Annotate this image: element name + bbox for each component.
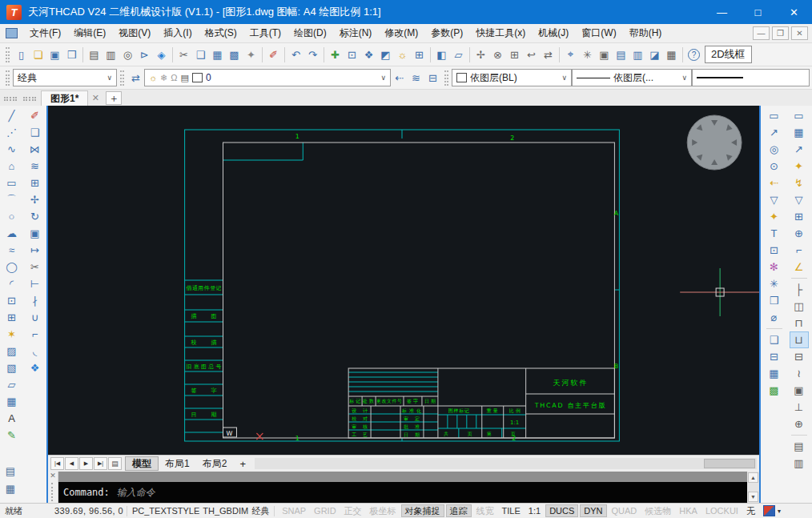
lockui-toggle[interactable]: LOCKUI [702,504,742,517]
layer-select[interactable]: ☼ ❄ Ω ▤ 0 ∨ [144,69,391,86]
polyline-button[interactable]: ∿ [2,141,22,158]
layer-properties-button[interactable]: ▤ [613,46,629,64]
new-document-tab-button[interactable]: ＋ [106,91,122,105]
bolt-circle-button[interactable]: ⌀ [765,309,784,326]
select-group-button[interactable]: ❖ [360,46,377,64]
region-button[interactable]: ▱ [2,376,22,393]
color-select[interactable]: 依图层(BL) ∨ [452,69,572,86]
ellipse-button[interactable]: ◯ [2,259,22,275]
extend-button[interactable]: ⊢ [26,275,45,292]
redo-button[interactable]: ↷ [304,46,321,64]
clean-screen-icon[interactable] [763,505,775,516]
magic-wand-button[interactable]: ✦ [790,158,809,175]
layer-plot-icon[interactable]: ▤ [181,73,189,83]
layer-on-icon[interactable]: ☼ [149,73,157,82]
coordinate-readout[interactable]: 339.69, 96.56, 0 [54,506,123,516]
gradient-button[interactable]: ▧ [2,359,22,376]
ellipse-arc-button[interactable]: ◜ [2,275,22,292]
doc-close-button[interactable]: ✕ [791,26,808,40]
close-document-icon[interactable]: ✕ [88,90,103,106]
document-tab[interactable]: 图形1* [41,90,88,106]
separator[interactable] [170,46,175,64]
layer-edit-button[interactable]: ▥ [629,46,646,64]
bolt-button[interactable]: ├ [790,281,809,298]
separator[interactable] [282,46,287,64]
command-input[interactable]: Command: 输入命令 [58,482,747,503]
zoom-realtime-button[interactable]: ⊗ [489,46,506,64]
plot-part-button[interactable]: ▥ [790,455,809,472]
snap-toggle[interactable]: SNAP [279,504,309,517]
publish-button[interactable]: ◈ [153,46,170,64]
hka-toggle[interactable]: HKA [676,504,701,517]
zoom-extents-button[interactable]: ⇄ [540,46,557,64]
select-similar-button[interactable]: ◩ [377,46,394,64]
menu-draw[interactable]: 绘图(D) [287,26,333,41]
separator[interactable] [321,46,327,64]
weld-symbol-button[interactable]: ∠ [790,259,809,275]
bracket-button[interactable]: ⊥ [790,399,809,416]
toolbar-grip[interactable] [6,70,10,86]
visual-style-box[interactable]: 2D线框 [705,46,752,63]
separator[interactable] [467,46,472,64]
move-button[interactable]: ✢ [26,191,45,208]
add-layout-button[interactable]: + [234,458,251,470]
circle-button[interactable]: ○ [2,208,22,225]
join-button[interactable]: ∪ [26,309,45,326]
command-grip[interactable] [51,483,54,501]
maximize-button[interactable]: □ [740,0,776,24]
horizontal-scrollbar[interactable] [255,458,757,469]
toolbar-grip[interactable] [6,47,10,62]
scroll-up-button[interactable]: ▲ [748,472,758,483]
grid-toggle[interactable]: GRID [311,504,340,517]
toolbar-grip[interactable] [444,70,448,86]
wipeout-button[interactable]: ◪ [646,46,663,64]
next-tab-button[interactable]: ▶ [79,457,93,470]
erase-button[interactable]: ✐ [26,107,45,124]
copy-object-button[interactable]: ❑ [26,124,45,141]
scrollbar-thumb[interactable] [704,459,755,468]
construction-line-button[interactable]: ⋰ [2,124,22,141]
workspace-field[interactable]: 经典 [250,505,271,517]
dyn-toggle[interactable]: DYN [580,504,606,517]
menu-parametric[interactable]: 参数(P) [424,26,469,41]
text-tool-button[interactable]: T [765,225,784,242]
block-array-button[interactable]: ❑ [765,331,784,348]
export-button[interactable]: ⊳ [136,46,153,64]
menu-dimension[interactable]: 标注(N) [333,26,379,41]
bearing-button[interactable]: ◫ [790,298,809,315]
separator[interactable] [789,432,810,438]
menu-help[interactable]: 帮助(H) [623,26,669,41]
menu-edit[interactable]: 编辑(E) [67,26,112,41]
menu-window[interactable]: 窗口(W) [575,26,622,41]
save-button[interactable]: ▣ [46,46,63,64]
options-button[interactable]: ✳ [579,46,596,64]
grid-table-button[interactable]: ▦ [765,365,784,382]
command-dock-icon[interactable]: ▤ [3,464,18,477]
separator[interactable] [680,46,685,64]
explode-button[interactable]: ❖ [26,359,45,376]
smart-annotate-button[interactable]: ✦ [765,208,784,225]
zoom-window-button[interactable]: ⊞ [506,46,523,64]
rectangle-button[interactable]: ▭ [2,175,22,191]
tile-toggle[interactable]: TILE [499,504,524,517]
datum-circle-button[interactable]: ⊕ [790,225,809,242]
rotate-button[interactable]: ↻ [26,208,45,225]
last-tab-button[interactable]: ▶| [94,457,107,470]
bell-housing-button[interactable]: ⊔ [790,331,809,348]
point-button[interactable]: ✶ [2,326,22,343]
linetype-select[interactable]: 依图层(... ∨ [572,69,692,86]
roughness-symbol-button[interactable]: ▽ [790,191,809,208]
select-filter-button[interactable]: ⊞ [411,46,428,64]
layout-dialog-button[interactable]: ▣ [596,46,613,64]
corner-cleanup-button[interactable]: ⌐ [790,242,809,259]
control-box-button[interactable]: ▣ [790,382,809,399]
workspace-select[interactable]: 经典 ∨ [13,69,117,86]
palette-button[interactable]: ✻ [765,259,784,275]
scroll-down-button[interactable]: ▼ [748,492,758,502]
tool-dock-icon[interactable]: ▦ [3,482,18,495]
leader-note-button[interactable]: ↗ [765,124,784,141]
drawing-canvas[interactable]: 1 2 1 2 A B 借通用件登记 描图 校描 旧底图总号 签字 日期 [48,106,759,455]
doc-restore-button[interactable]: ❐ [772,26,789,40]
layer-stack-button[interactable]: ▩ [765,382,784,399]
print-stack-button[interactable]: ▤ [790,438,809,455]
